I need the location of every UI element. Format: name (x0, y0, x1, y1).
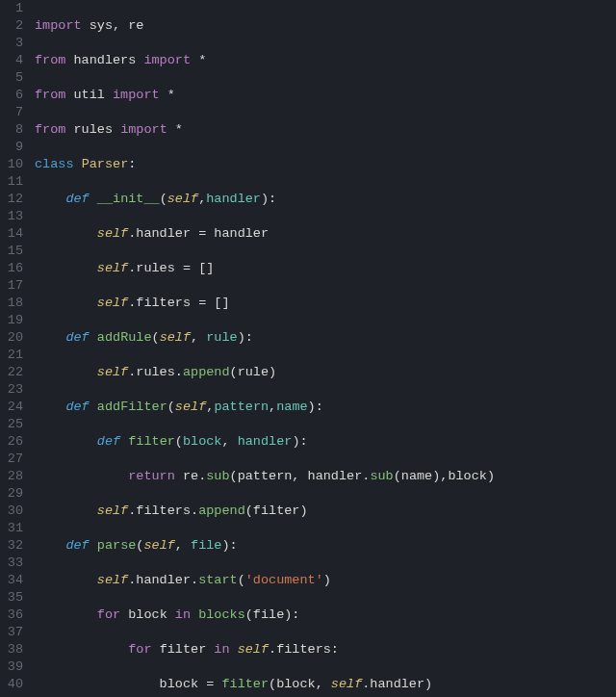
code-line[interactable]: for block in blocks(file): (35, 607, 616, 624)
line-number: 35 (0, 589, 23, 607)
line-number: 1 (0, 0, 23, 17)
line-number: 19 (0, 312, 23, 329)
line-number: 15 (0, 243, 23, 260)
code-line[interactable]: def addRule(self, rule): (35, 329, 616, 347)
line-number: 36 (0, 607, 23, 624)
code-editor: 1 2 3 4 5 6 7 8 9 10 11 12 13 14 15 16 1… (0, 0, 616, 697)
line-number: 5 (0, 69, 23, 87)
code-line[interactable]: return re.sub(pattern, handler.sub(name)… (35, 468, 616, 485)
line-number: 14 (0, 225, 23, 243)
line-number: 6 (0, 87, 23, 104)
code-line[interactable]: import sys, re (35, 17, 616, 35)
line-number: 39 (0, 658, 23, 676)
line-number: 28 (0, 468, 23, 485)
code-line[interactable]: def parse(self, file): (35, 537, 616, 555)
line-number: 8 (0, 121, 23, 139)
code-line[interactable]: from util import * (35, 87, 616, 104)
line-number: 29 (0, 485, 23, 503)
code-line[interactable]: for filter in self.filters: (35, 641, 616, 658)
code-line[interactable]: self.rules = [] (35, 260, 616, 277)
line-number: 12 (0, 191, 23, 208)
line-number: 24 (0, 399, 23, 416)
line-number: 4 (0, 52, 23, 69)
line-number: 27 (0, 451, 23, 468)
line-number: 32 (0, 537, 23, 555)
code-line[interactable]: from rules import * (35, 121, 616, 139)
line-number-gutter: 1 2 3 4 5 6 7 8 9 10 11 12 13 14 15 16 1… (0, 0, 35, 697)
line-number: 13 (0, 208, 23, 225)
code-line[interactable]: self.handler = handler (35, 225, 616, 243)
code-line[interactable]: class Parser: (35, 156, 616, 173)
code-line[interactable]: self.filters = [] (35, 295, 616, 312)
line-number: 26 (0, 433, 23, 451)
code-line[interactable]: def addFilter(self,pattern,name): (35, 399, 616, 416)
line-number: 33 (0, 555, 23, 572)
code-area[interactable]: import sys, re from handlers import * fr… (35, 0, 616, 697)
code-line[interactable]: self.filters.append(filter) (35, 503, 616, 520)
line-number: 34 (0, 572, 23, 589)
line-number: 22 (0, 364, 23, 381)
line-number: 3 (0, 35, 23, 52)
line-number: 25 (0, 416, 23, 433)
code-line[interactable]: from handlers import * (35, 52, 616, 69)
line-number: 16 (0, 260, 23, 277)
code-line[interactable]: block = filter(block, self.handler) (35, 676, 616, 693)
line-number: 7 (0, 104, 23, 121)
code-line[interactable]: def filter(block, handler): (35, 433, 616, 451)
line-number: 17 (0, 277, 23, 295)
line-number: 11 (0, 173, 23, 191)
line-number: 40 (0, 676, 23, 693)
line-number: 10 (0, 156, 23, 173)
line-number: 18 (0, 295, 23, 312)
code-line[interactable]: self.rules.append(rule) (35, 364, 616, 381)
code-line[interactable]: self.handler.start('document') (35, 572, 616, 589)
line-number: 2 (0, 17, 23, 35)
line-number: 31 (0, 520, 23, 537)
code-line[interactable]: def __init__(self,handler): (35, 191, 616, 208)
line-number: 30 (0, 503, 23, 520)
line-number: 21 (0, 347, 23, 364)
line-number: 9 (0, 139, 23, 156)
line-number: 23 (0, 381, 23, 399)
line-number: 37 (0, 624, 23, 641)
line-number: 38 (0, 641, 23, 658)
line-number: 20 (0, 329, 23, 347)
